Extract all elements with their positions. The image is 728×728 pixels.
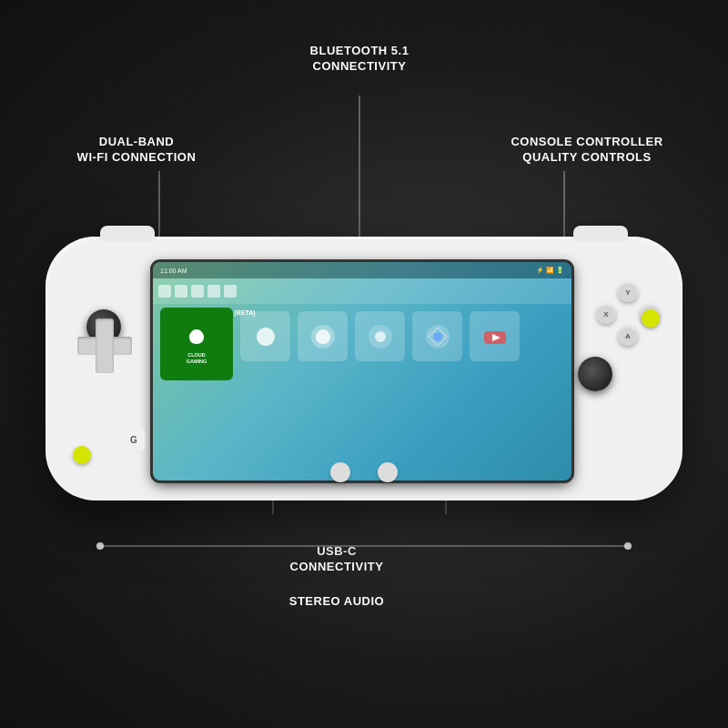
app-tile-chrome[interactable]: [412, 311, 462, 361]
dpad-vertical[interactable]: [96, 318, 114, 373]
controller-body: 11:00 AM ⚡ 📶 🔋 XBOX CLOUD GAMING (BETA): [46, 237, 682, 500]
dpad[interactable]: [77, 318, 132, 373]
svg-point-18: [375, 331, 386, 342]
app-tile-geforce[interactable]: [240, 311, 290, 361]
app-tile-xbox[interactable]: [298, 311, 348, 361]
svg-point-20: [433, 332, 442, 341]
taskbar-icon-2: [175, 285, 187, 298]
cloud-gaming-label: CLOUD GAMING: [187, 352, 207, 364]
other-apps: [240, 308, 520, 361]
taskbar-icon-3: [191, 285, 204, 298]
y-button[interactable]: Y: [618, 282, 638, 302]
a-button[interactable]: A: [618, 326, 638, 346]
geforce-icon: [253, 324, 278, 349]
xbox-cloud-tile[interactable]: CLOUD GAMING: [160, 308, 233, 380]
yellow-button-left[interactable]: [73, 446, 91, 464]
bluetooth-label: BLUETOOTH 5.1 CONNECTIVITY: [268, 44, 450, 75]
app-grid: CLOUD GAMING: [160, 308, 564, 473]
xbox-logo-icon: [183, 323, 210, 350]
x-button[interactable]: X: [596, 304, 616, 324]
device-screen: 11:00 AM ⚡ 📶 🔋 XBOX CLOUD GAMING (BETA): [153, 262, 571, 480]
taskbar-icon-4: [207, 285, 220, 298]
xbox-small-icon: [310, 324, 336, 349]
left-controls: [64, 291, 146, 400]
thumbstick-right[interactable]: [578, 357, 612, 391]
steam-icon: [368, 324, 393, 349]
status-time: 11:00 AM: [160, 268, 187, 274]
bottom-buttons: [330, 462, 398, 482]
status-bar: 11:00 AM ⚡ 📶 🔋: [153, 262, 571, 278]
controller: 11:00 AM ⚡ 📶 🔋 XBOX CLOUD GAMING (BETA): [46, 237, 682, 500]
dual-band-label: DUAL-BAND WI-FI CONNECTION: [55, 135, 218, 166]
taskbar-icon-5: [224, 285, 237, 298]
app-tile-steam[interactable]: [355, 311, 405, 361]
taskbar-icon-1: [158, 285, 171, 298]
shoulder-button-right[interactable]: [573, 226, 628, 240]
status-icons: ⚡ 📶 🔋: [536, 267, 564, 274]
chrome-icon: [425, 324, 450, 349]
stereo-label: STEREO AUDIO: [223, 594, 450, 610]
usbc-label: USB-C CONNECTIVITY: [246, 544, 428, 575]
yellow-button-right[interactable]: [642, 309, 660, 328]
shoulder-button-left[interactable]: [100, 226, 155, 240]
menu-button[interactable]: [330, 462, 350, 482]
app-tile-youtube[interactable]: [470, 311, 520, 361]
youtube-icon: [482, 324, 508, 349]
screen-content: 11:00 AM ⚡ 📶 🔋 XBOX CLOUD GAMING (BETA): [153, 262, 571, 480]
start-button[interactable]: [378, 462, 398, 482]
right-controls: Y X B A: [573, 282, 664, 400]
logitech-logo: G: [123, 429, 145, 450]
console-label: CONSOLE CONTROLLER QUALITY CONTROLS: [496, 135, 678, 166]
taskbar: [153, 278, 571, 304]
